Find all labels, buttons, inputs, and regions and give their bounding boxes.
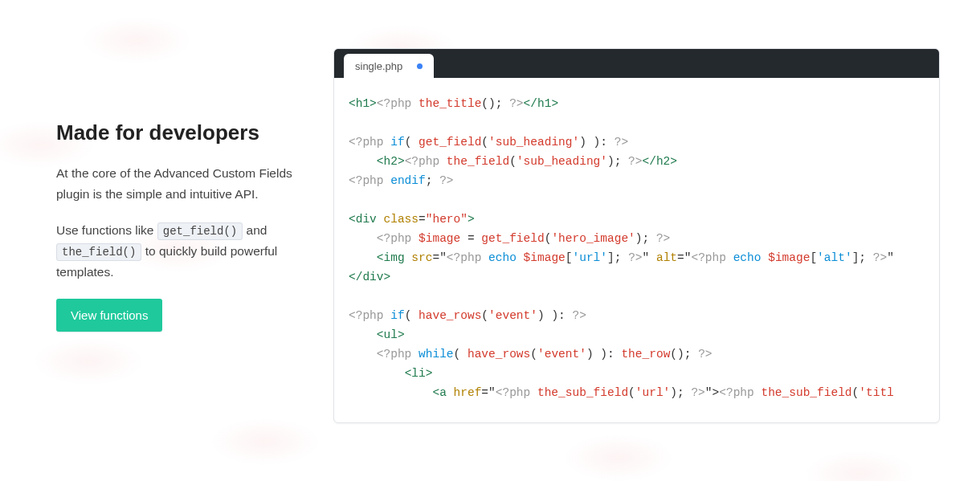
page-layout: Made for developers At the core of the A… xyxy=(0,0,980,423)
view-functions-button[interactable]: View functions xyxy=(56,299,162,332)
intro-text: and xyxy=(243,223,267,237)
tab-modified-dot-icon xyxy=(417,63,423,69)
intro-text: Use functions like xyxy=(56,223,157,237)
editor-tab-single-php[interactable]: single.php xyxy=(344,54,434,78)
intro-heading: Made for developers xyxy=(56,120,313,145)
code-content[interactable]: <h1><?php the_title(); ?></h1> <?php if(… xyxy=(334,78,939,418)
code-the-field: the_field() xyxy=(56,243,141,261)
code-editor: single.php <h1><?php the_title(); ?></h1… xyxy=(333,48,940,423)
tab-label: single.php xyxy=(355,60,402,72)
intro-column: Made for developers At the core of the A… xyxy=(56,48,313,332)
editor-tab-bar: single.php xyxy=(334,49,939,78)
intro-paragraph-1: At the core of the Advanced Custom Field… xyxy=(56,163,313,204)
code-get-field: get_field() xyxy=(157,222,243,240)
intro-paragraph-2: Use functions like get_field() and the_f… xyxy=(56,220,313,283)
